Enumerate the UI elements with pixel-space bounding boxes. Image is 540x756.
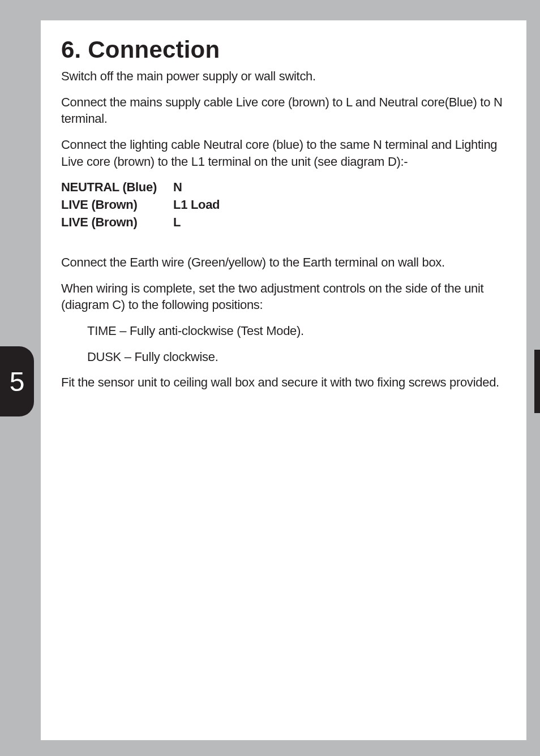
indented-line: DUSK – Fully clockwise. (61, 349, 506, 366)
paragraph: Connect the lighting cable Neutral core … (61, 136, 506, 170)
terminal-value: N (173, 179, 182, 196)
table-row: NEUTRAL (Blue) N (61, 179, 506, 196)
terminal-table: NEUTRAL (Blue) N LIVE (Brown) L1 Load LI… (61, 179, 506, 231)
terminal-value: L (173, 214, 181, 231)
terminal-label: LIVE (Brown) (61, 214, 173, 231)
table-row: LIVE (Brown) L (61, 214, 506, 231)
paragraph: Fit the sensor unit to ceiling wall box … (61, 374, 506, 391)
terminal-label: LIVE (Brown) (61, 196, 173, 214)
terminal-label: NEUTRAL (Blue) (61, 179, 173, 196)
table-row: LIVE (Brown) L1 Load (61, 196, 506, 214)
terminal-value: L1 Load (173, 196, 220, 214)
document-page: 6. Connection Switch off the main power … (41, 20, 526, 740)
paragraph: When wiring is complete, set the two adj… (61, 280, 506, 313)
indented-line: TIME – Fully anti-clockwise (Test Mode). (61, 323, 506, 340)
section-heading: 6. Connection (61, 36, 506, 63)
page-edge-marker (534, 350, 540, 413)
paragraph: Connect the Earth wire (Green/yellow) to… (61, 254, 506, 271)
page-number: 5 (10, 366, 25, 397)
paragraph: Connect the mains supply cable Live core… (61, 94, 506, 127)
paragraph: Switch off the main power supply or wall… (61, 68, 506, 85)
page-number-tab: 5 (0, 346, 34, 416)
